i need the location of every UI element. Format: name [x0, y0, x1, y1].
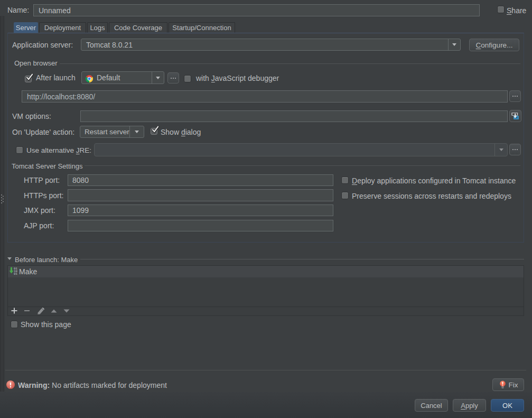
svg-text:01: 01: [14, 272, 17, 275]
